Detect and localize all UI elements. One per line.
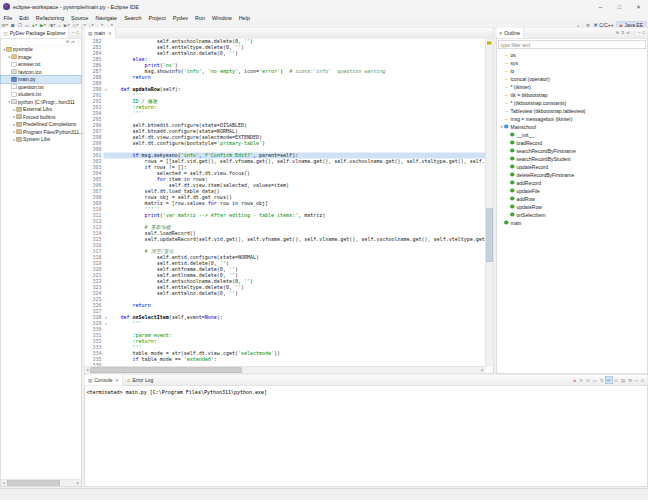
display-selected-console-icon[interactable]: ▤	[620, 377, 627, 384]
menu-bar: FileEditRefactoringSourceNavigateSearchP…	[0, 13, 648, 22]
scroll-right-icon[interactable]: ▸	[75, 481, 81, 485]
editor-vertical-scrollbar[interactable]	[485, 39, 494, 367]
outline-item-onselectitem[interactable]: onSelectItem	[497, 211, 648, 219]
maximize-view-icon[interactable]: □	[76, 31, 80, 36]
console-tab-label: Console	[94, 377, 112, 383]
tree-item-favicon-ico[interactable]: favicon.ico	[1, 68, 82, 76]
method-icon	[510, 173, 515, 177]
tab-package-explorer[interactable]: ◫ PyDev Package Explorer	[1, 28, 69, 39]
menu-item-edit[interactable]: Edit	[16, 13, 32, 22]
import-icon: →	[504, 108, 509, 113]
tree-item-program-files-python311[interactable]: ▸Program Files/Python311...	[1, 128, 82, 136]
menu-item-project[interactable]: Project	[145, 13, 169, 22]
clear-console-icon[interactable]: ▭	[591, 377, 598, 384]
editor-horizontal-scrollbar[interactable]: ◂ ▸	[85, 366, 486, 374]
outline-item-main[interactable]: main	[497, 219, 648, 227]
eclipse-window: eclipse-workspace - pysimple/main.py - E…	[0, 0, 648, 500]
console-tab-label: Error Log	[132, 377, 153, 383]
outline-item-updaterecord[interactable]: updateRecord	[497, 163, 648, 171]
tab-main-py[interactable]: ▤ main ✕	[85, 28, 116, 39]
close-tab-icon[interactable]: ✕	[108, 31, 112, 36]
scrollbar-thumb[interactable]	[7, 480, 60, 485]
menu-item-file[interactable]: File	[0, 13, 16, 22]
outline-item-msg-messagebox-tkinter[interactable]: →msg = messagebox (tkinter)	[497, 115, 648, 123]
tree-item-pysimple[interactable]: ▾pysimple	[1, 46, 82, 54]
project-icon	[7, 47, 12, 52]
outline-item-io[interactable]: →io	[497, 67, 648, 75]
tree-item-label: student.txt	[18, 92, 41, 98]
close-tab-icon[interactable]: ✕	[115, 378, 119, 383]
scroll-right-icon[interactable]: ▸	[480, 368, 486, 372]
tab-console[interactable]: ▤Console✕	[85, 375, 123, 386]
scrollbar-thumb[interactable]	[487, 209, 494, 263]
explorer-horizontal-scrollbar[interactable]: ◂ ▸	[1, 479, 81, 486]
remove-launch-icon[interactable]: ✕	[578, 377, 585, 384]
outline-item-ttk-ttkbootstrap[interactable]: →ttk = ttkbootstrap	[497, 91, 648, 99]
tree-item-external-libs[interactable]: ▸External Libs	[1, 106, 82, 114]
outline-item-loadrecord[interactable]: loadRecord	[497, 139, 648, 147]
method-icon	[510, 205, 515, 209]
outline-item-updaterow[interactable]: updateRow	[497, 203, 648, 211]
tree-item-label: pysimple	[13, 47, 33, 53]
menu-item-search[interactable]: Search	[121, 13, 145, 22]
editor-panel: ▤ main ✕ 282self.entschoolname.delete(0,…	[84, 27, 494, 374]
outline-item-mainschool[interactable]: ▾Mainschool	[497, 123, 648, 131]
tree-item-student-txt[interactable]: student.txt	[1, 91, 82, 99]
outline-filter-input[interactable]: type filter text	[498, 40, 646, 49]
package-explorer-panel: ◫ PyDev Package Explorer ─ □ ⊟ ⇄ ⋮ ▾pysi…	[0, 27, 82, 487]
tree-item-forced-builtins[interactable]: ▸Forced builtins	[1, 113, 82, 121]
outline-item-init[interactable]: __init__	[497, 131, 648, 139]
maximize-icon[interactable]: □	[640, 377, 646, 384]
tree-item-label: System Libs	[23, 137, 50, 143]
outline-item-label: os	[511, 52, 516, 58]
outline-item-label: sys	[511, 60, 519, 66]
outline-item-os[interactable]: →os	[497, 51, 648, 59]
outline-item-iconcat-operator[interactable]: →iconcat (operator)	[497, 75, 648, 83]
menu-item-help[interactable]: Help	[235, 13, 253, 22]
menu-item-window[interactable]: Window	[209, 13, 236, 22]
tree-item-answer-txt[interactable]: answer.txt	[1, 61, 82, 69]
close-button[interactable]: ✕	[629, 1, 648, 13]
tree-item-question-txt[interactable]: question.txt	[1, 83, 82, 91]
outline-item-sys[interactable]: →sys	[497, 59, 648, 67]
outline-item-label: Mainschool	[511, 124, 536, 130]
menu-item-run[interactable]: Run	[191, 13, 208, 22]
tree-item-system-libs[interactable]: ▸System Libs	[1, 136, 82, 144]
outline-item-addrow[interactable]: addRow	[497, 195, 648, 203]
outline-item-tkinter[interactable]: →* (tkinter)	[497, 83, 648, 91]
editor-tab-label: main	[94, 30, 105, 36]
menu-item-navigate[interactable]: Navigate	[92, 13, 121, 22]
view-menu-icon[interactable]: ⋮	[76, 40, 82, 45]
maximize-icon[interactable]: □	[642, 31, 646, 36]
outline-item-updatefile[interactable]: updateFile	[497, 187, 648, 195]
maximize-button[interactable]: □	[610, 1, 629, 13]
outline-item-searchrecordbyfirstname[interactable]: searchRecordByFirstname	[497, 147, 648, 155]
menu-item-source[interactable]: Source	[67, 13, 91, 22]
outline-item-tableview-ttkbootstrap-tableview[interactable]: →Tableview (ttkbootstrap.tableview)	[497, 107, 648, 115]
outline-item-searchrecordbystudent[interactable]: searchRecordByStudent	[497, 155, 648, 163]
outline-item-addrecord[interactable]: addRecord	[497, 179, 648, 187]
scroll-lock-icon[interactable]: ⇅	[598, 377, 605, 384]
eclipse-logo-icon	[3, 3, 10, 10]
pin-console-icon[interactable]: ⊙	[613, 377, 620, 384]
import-icon: →	[504, 60, 509, 65]
menu-item-pydev[interactable]: Pydev	[169, 13, 191, 22]
tree-item-image[interactable]: ▸image	[1, 53, 82, 61]
outline-item-ttkbootstrap-constants[interactable]: →* (ttkbootstrap.constants)	[497, 99, 648, 107]
package-explorer-icon: ◫	[4, 30, 8, 35]
minimize-button[interactable]: ─	[591, 1, 610, 13]
scrollbar-thumb[interactable]	[91, 367, 242, 373]
tree-item-label: main.py	[18, 77, 36, 83]
tab-error-log[interactable]: ⚠Error Log	[123, 375, 157, 386]
method-icon	[510, 165, 515, 169]
menu-item-refactoring[interactable]: Refactoring	[32, 13, 67, 22]
code-area[interactable]: 282self.entschoolname.delete(0, '')283se…	[85, 39, 486, 367]
word-wrap-icon[interactable]: ↵	[605, 376, 613, 384]
outline-item-deleterecordbyfirstname[interactable]: deleteRecordByFirstname	[497, 171, 648, 179]
tree-item-main-py[interactable]: main.py	[1, 76, 82, 84]
tab-outline[interactable]: ≡ Outline	[497, 28, 524, 39]
tree-item-predefined-completions[interactable]: ▸Predefined Completions	[1, 121, 82, 129]
tree-item-label: Forced builtins	[23, 114, 56, 120]
open-console-icon[interactable]: ⊞	[627, 377, 634, 384]
tree-item-python-c-progr-hon311[interactable]: ▾python (C:\Progr...hon311	[1, 98, 82, 106]
